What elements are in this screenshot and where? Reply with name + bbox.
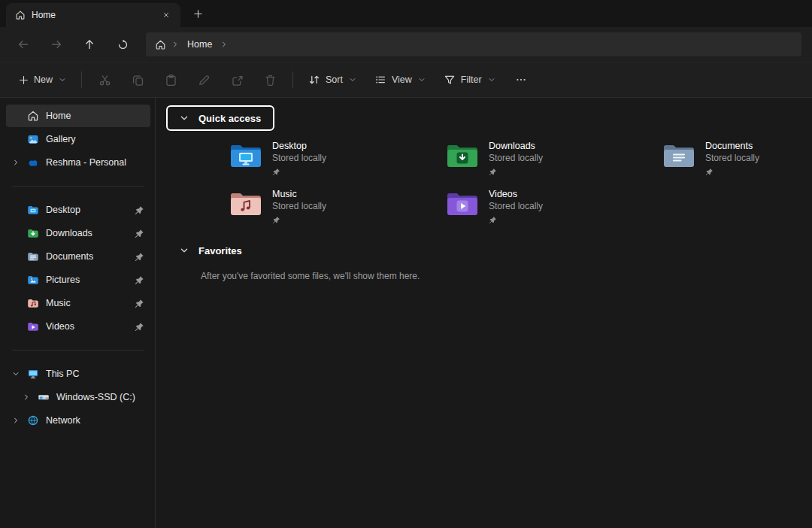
item-name: Downloads — [489, 140, 543, 152]
filter-button[interactable]: Filter — [435, 67, 504, 93]
pin-icon — [135, 275, 144, 285]
pin-icon — [135, 205, 144, 215]
sidebar-item-windows-ssd[interactable]: Windows-SSD (C:) — [6, 386, 150, 408]
filter-icon — [444, 74, 456, 86]
cut-button[interactable] — [89, 67, 120, 93]
file-explorer-window: Home Home — [0, 0, 812, 528]
tab-close-icon[interactable] — [158, 7, 174, 23]
sidebar-item-home[interactable]: Home — [6, 105, 150, 127]
copy-button[interactable] — [122, 67, 153, 93]
home-icon — [26, 110, 39, 122]
downloads-folder-icon — [446, 141, 479, 168]
item-status: Stored locally — [489, 201, 543, 212]
back-button[interactable] — [8, 32, 39, 57]
up-arrow-icon — [83, 38, 95, 50]
sidebar-item-desktop[interactable]: Desktop — [6, 199, 150, 221]
content-pane: Quick access Desktop Stored locally — [156, 98, 812, 528]
item-status: Stored locally — [489, 153, 543, 164]
back-arrow-icon — [17, 38, 29, 50]
quick-access-title: Quick access — [198, 113, 261, 124]
forward-button[interactable] — [41, 32, 72, 57]
item-name: Documents — [705, 140, 759, 152]
quick-access-item-music[interactable]: Music Stored locally — [225, 185, 441, 227]
sidebar-separator — [12, 350, 144, 350]
sidebar-item-network[interactable]: Network — [6, 409, 150, 432]
quick-access-item-videos[interactable]: Videos Stored locally — [441, 185, 658, 227]
item-name: Desktop — [272, 140, 326, 152]
chevron-right-icon[interactable] — [9, 414, 23, 426]
pin-icon — [135, 229, 144, 238]
chevron-down-icon — [349, 76, 356, 83]
downloads-folder-icon — [26, 227, 39, 239]
plus-icon — [19, 75, 29, 85]
breadcrumb-chevron-icon[interactable] — [171, 41, 179, 48]
view-button[interactable]: View — [366, 67, 434, 93]
refresh-button[interactable] — [107, 32, 138, 57]
chevron-down-icon — [59, 76, 66, 83]
cut-icon — [98, 74, 111, 86]
music-folder-icon — [229, 190, 262, 217]
item-status: Stored locally — [272, 201, 326, 212]
chevron-down-icon — [180, 114, 189, 123]
share-button[interactable] — [221, 67, 253, 93]
favorites-header[interactable]: Favorites — [166, 238, 256, 263]
home-icon[interactable] — [155, 39, 166, 50]
paste-button[interactable] — [155, 67, 186, 93]
rename-button[interactable] — [188, 67, 220, 93]
sidebar-item-downloads[interactable]: Downloads — [6, 222, 150, 244]
pin-icon — [135, 322, 144, 332]
tab-home[interactable]: Home — [6, 3, 180, 27]
new-button[interactable]: New — [11, 67, 74, 93]
titlebar: Home — [0, 0, 812, 27]
quick-access-header[interactable]: Quick access — [166, 105, 274, 131]
sort-button-label: Sort — [326, 74, 343, 85]
quick-access-item-desktop[interactable]: Desktop Stored locally — [225, 137, 441, 179]
drive-icon — [37, 391, 50, 403]
breadcrumb-home[interactable]: Home — [184, 38, 215, 51]
breadcrumb-chevron-icon[interactable] — [220, 41, 228, 48]
chevron-down-icon — [418, 76, 426, 83]
quick-access-item-documents[interactable]: Documents Stored locally — [658, 137, 812, 179]
paste-icon — [165, 74, 177, 86]
sort-button[interactable]: Sort — [300, 67, 365, 93]
onedrive-icon — [26, 156, 39, 168]
command-toolbar: New Sort — [0, 62, 812, 98]
item-status: Stored locally — [272, 153, 326, 164]
chevron-down-icon[interactable] — [9, 368, 23, 380]
address-bar[interactable]: Home — [146, 32, 801, 56]
quick-access-grid: Desktop Stored locally Downloads — [225, 137, 812, 227]
share-icon — [231, 74, 244, 86]
favorites-empty-message: After you've favorited some files, we'll… — [201, 271, 812, 281]
navigation-bar: Home — [0, 27, 812, 62]
new-tab-button[interactable] — [186, 3, 209, 24]
chevron-right-icon[interactable] — [9, 156, 23, 168]
chevron-right-icon[interactable] — [20, 391, 33, 403]
pin-icon — [135, 252, 144, 262]
quick-access-item-downloads[interactable]: Downloads Stored locally — [441, 137, 658, 179]
pictures-folder-icon — [26, 274, 39, 286]
pin-icon — [272, 168, 280, 176]
item-name: Videos — [489, 188, 543, 200]
up-button[interactable] — [74, 32, 105, 57]
sidebar-item-videos[interactable]: Videos — [6, 315, 150, 338]
copy-icon — [132, 74, 144, 86]
sidebar-item-onedrive-personal[interactable]: Reshma - Personal — [6, 151, 150, 174]
sidebar-item-pictures[interactable]: Pictures — [6, 269, 150, 291]
sidebar-item-music[interactable]: Music — [6, 292, 150, 314]
delete-icon — [264, 74, 277, 86]
favorites-section: Favorites After you've favorited some fi… — [166, 238, 812, 281]
new-button-label: New — [34, 74, 53, 85]
chevron-down-icon — [180, 246, 189, 255]
sidebar-item-gallery[interactable]: Gallery — [6, 128, 150, 150]
sidebar-item-documents[interactable]: Documents — [6, 245, 150, 268]
tab-title: Home — [32, 10, 152, 20]
view-icon — [374, 74, 386, 86]
toolbar-separator — [292, 71, 293, 88]
refresh-icon — [117, 39, 129, 50]
delete-button[interactable] — [254, 67, 286, 93]
chevron-down-icon — [488, 76, 495, 83]
more-options-button[interactable] — [505, 67, 537, 93]
sidebar-item-this-pc[interactable]: This PC — [6, 363, 150, 385]
sort-icon — [308, 74, 320, 86]
navigation-pane: Home Gallery Reshma - Personal — [0, 98, 156, 528]
